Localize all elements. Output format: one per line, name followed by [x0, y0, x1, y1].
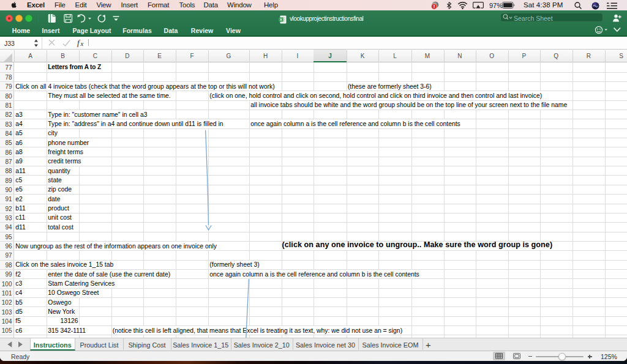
- svg-text:X: X: [280, 17, 282, 21]
- svg-text:!: !: [434, 4, 435, 9]
